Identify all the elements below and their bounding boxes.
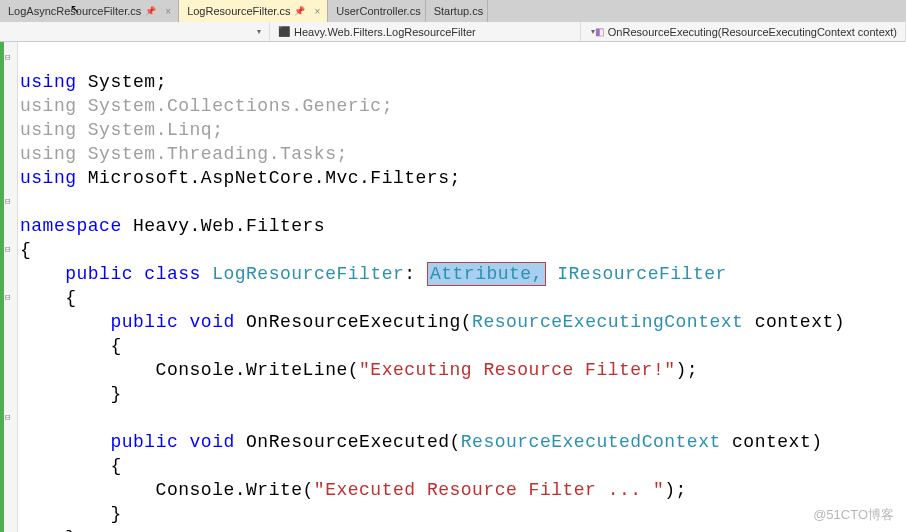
code-text: Console.Write(: [20, 480, 314, 500]
tab-label: LogAsyncResourceFilter.cs: [8, 5, 141, 17]
brace: {: [20, 288, 77, 308]
code-text: Console.WriteLine(: [20, 360, 359, 380]
change-marker: [0, 42, 4, 532]
fold-icon[interactable]: ⊟: [5, 286, 10, 310]
pin-icon: 📌: [145, 6, 156, 16]
brace: }: [20, 384, 122, 404]
fold-icon[interactable]: ⊟: [5, 190, 10, 214]
code-text: Heavy.Web.Filters: [122, 216, 325, 236]
string-literal: "Executed Resource Filter ... ": [314, 480, 664, 500]
tab-label: LogResourceFilter.cs: [187, 5, 290, 17]
watermark: @51CTO博客: [813, 506, 894, 524]
code-text: Microsoft.AspNetCore.Mvc.Filters;: [77, 168, 461, 188]
keyword-dim: using: [20, 96, 77, 116]
keyword: public: [110, 432, 178, 452]
colon: :: [404, 264, 415, 284]
type-name: IResourceFilter: [546, 264, 727, 284]
method-icon: ◧: [595, 26, 604, 37]
tab-logasyncresourcefilter[interactable]: LogAsyncResourceFilter.cs 📌 ×: [0, 0, 179, 22]
editor-area: ⊟ ⊟ ⊟ ⊟ ⊟ using System; using System.Col…: [0, 42, 906, 532]
keyword: class: [144, 264, 201, 284]
chevron-down-icon: ▾: [257, 27, 261, 36]
gutter: ⊟ ⊟ ⊟ ⊟ ⊟: [0, 42, 18, 532]
string-literal: "Executing Resource Filter!": [359, 360, 675, 380]
tab-label: Startup.cs: [434, 5, 484, 17]
code-text: context): [721, 432, 823, 452]
code-text: System;: [77, 72, 167, 92]
keyword: using: [20, 72, 77, 92]
keyword: public: [65, 264, 133, 284]
type-name: LogResourceFilter: [201, 264, 404, 284]
brace: {: [20, 240, 31, 260]
fold-icon[interactable]: ⊟: [5, 238, 10, 262]
fold-icon[interactable]: ⊟: [5, 406, 10, 430]
close-icon[interactable]: ×: [162, 6, 174, 17]
tab-startup[interactable]: Startup.cs: [426, 0, 489, 22]
type-name: ResourceExecutedContext: [461, 432, 721, 452]
fold-icon[interactable]: ⊟: [5, 46, 10, 70]
code-editor[interactable]: using System; using System.Collections.G…: [18, 42, 845, 532]
close-icon[interactable]: ×: [311, 6, 323, 17]
code-text: System.Threading.Tasks;: [77, 144, 348, 164]
brace: }: [20, 528, 77, 532]
code-text: context): [743, 312, 845, 332]
keyword: void: [190, 312, 235, 332]
method-name: OnResourceExecuted(: [235, 432, 461, 452]
breadcrumb-bar: ▾ ⬛ Heavy.Web.Filters.LogResourceFilter …: [0, 22, 906, 42]
keyword: public: [110, 312, 178, 332]
class-icon: ⬛: [278, 26, 290, 37]
code-text: );: [664, 480, 687, 500]
highlighted-attribute: Attribute,: [427, 262, 546, 286]
brace: }: [20, 504, 122, 524]
breadcrumb-member-label: OnResourceExecuting(ResourceExecutingCon…: [608, 26, 897, 38]
tabs-bar: LogAsyncResourceFilter.cs 📌 × LogResourc…: [0, 0, 906, 22]
method-name: OnResourceExecuting(: [235, 312, 472, 332]
breadcrumb-class[interactable]: ⬛ Heavy.Web.Filters.LogResourceFilter: [270, 22, 581, 41]
code-text: );: [676, 360, 699, 380]
tab-usercontroller[interactable]: UserController.cs: [328, 0, 425, 22]
keyword: namespace: [20, 216, 122, 236]
breadcrumb-class-label: Heavy.Web.Filters.LogResourceFilter: [294, 26, 476, 38]
brace: {: [20, 336, 122, 356]
type-name: ResourceExecutingContext: [472, 312, 743, 332]
code-text: System.Collections.Generic;: [77, 96, 393, 116]
pin-icon: 📌: [294, 6, 305, 16]
keyword: void: [190, 432, 235, 452]
brace: {: [20, 456, 122, 476]
tab-label: UserController.cs: [336, 5, 420, 17]
breadcrumb-project[interactable]: ▾: [0, 22, 270, 41]
code-text: System.Linq;: [77, 120, 224, 140]
keyword-dim: using: [20, 144, 77, 164]
tab-logresourcefilter[interactable]: LogResourceFilter.cs 📌 ×: [179, 0, 328, 22]
keyword-dim: using: [20, 120, 77, 140]
breadcrumb-member[interactable]: ▾ ◧ OnResourceExecuting(ResourceExecutin…: [581, 22, 906, 41]
keyword: using: [20, 168, 77, 188]
